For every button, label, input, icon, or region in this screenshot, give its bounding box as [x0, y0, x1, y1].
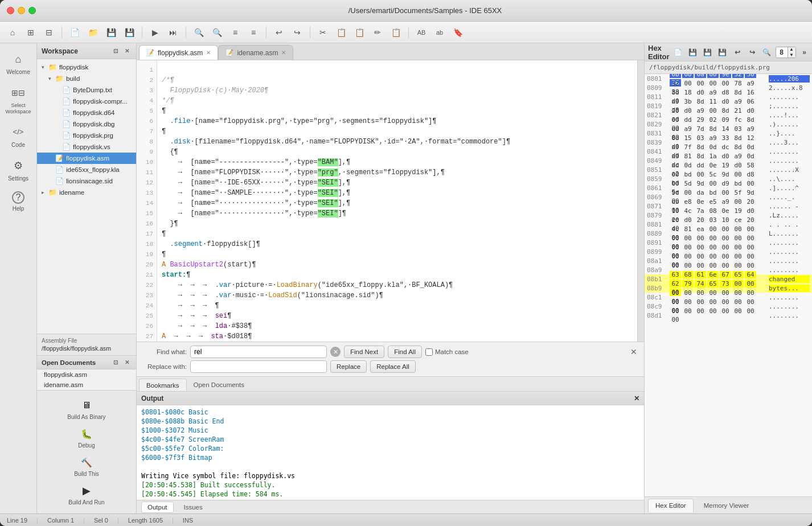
tab-close-idename[interactable]: ✕: [281, 50, 286, 56]
toolbar-new-file[interactable]: 📄: [67, 25, 83, 40]
code-editor[interactable]: 1 2 3 4 5 6 7 8 9 10 11 12 13 14: [137, 60, 637, 342]
workspace-close-btn[interactable]: ✕: [122, 47, 132, 56]
sidebar-item-settings[interactable]: ⚙ Settings: [2, 154, 34, 186]
sep1: [61, 27, 62, 38]
output-line-8: [20:50:45.538] Built successfully.: [141, 480, 639, 490]
toolbar-save-all[interactable]: 💾: [121, 25, 137, 40]
output-line-9: [20:50:45.545] Elapsed time: 584 ms.: [141, 490, 639, 499]
code-text[interactable]: /*¶ FloppyDisk·(c)·May·2020¶ */¶ ¶ .file…: [157, 60, 637, 342]
tree-d64[interactable]: 📄 floppydisk.d64: [37, 107, 136, 118]
replace-all-btn[interactable]: Replace All: [370, 360, 416, 373]
toolbar-home[interactable]: ⌂: [5, 25, 20, 40]
replace-label: Replace with:: [141, 363, 187, 370]
output-tab-issues[interactable]: Issues: [178, 502, 208, 513]
find-input[interactable]: [190, 346, 327, 358]
hex-spinbox-down[interactable]: ▼: [788, 52, 795, 58]
match-case-label[interactable]: Match case: [425, 348, 469, 356]
hex-save3-btn[interactable]: 💾: [716, 47, 729, 58]
tree-sid[interactable]: 📄 lionsinacage.sid: [37, 175, 136, 187]
match-case-checkbox[interactable]: [425, 348, 433, 356]
tree-prg[interactable]: 📄 floppydisk.prg: [37, 130, 136, 141]
open-docs-close-btn[interactable]: ✕: [122, 358, 132, 367]
tree-compr[interactable]: 📄 floppydisk-compr...: [37, 96, 136, 107]
sidebar-item-select-workspace[interactable]: ⊞⊟ SelectWorkspace: [2, 81, 34, 118]
hex-more-btn[interactable]: »: [798, 47, 811, 58]
toolbar-find[interactable]: 🔍: [191, 25, 207, 40]
toolbar-list2[interactable]: ≡: [245, 25, 261, 40]
tab-close-floppydisk[interactable]: ✕: [206, 50, 211, 56]
toolbar-new-proj[interactable]: ⊞: [23, 25, 39, 40]
editor-scrollbar[interactable]: [637, 60, 644, 342]
sidebar-item-welcome[interactable]: ⌂ Welcome: [2, 48, 34, 79]
sidebar-item-help[interactable]: ? Help: [2, 188, 34, 216]
toolbar-undo[interactable]: ↩: [271, 25, 287, 40]
output-line-3: $1000-$3072 Music: [141, 426, 639, 435]
toolbar-open-folder[interactable]: 📁: [85, 25, 101, 40]
replace-input[interactable]: [190, 360, 327, 373]
hex-save-btn[interactable]: 💾: [687, 47, 699, 58]
tab-idename-asm[interactable]: 📝 idename.asm ✕: [218, 45, 293, 60]
hex-save2-btn[interactable]: 💾: [702, 47, 714, 58]
find-row: Find what: ✕ Find Next Find All Match ca…: [141, 346, 639, 358]
output-panel: Output ✕ $0801-$080c Basic $080e-$088b B…: [137, 391, 644, 513]
toolbar-next[interactable]: ⏭: [165, 25, 181, 40]
hex-content[interactable]: 0801 0b080a009e323036 .....206 0809 3200…: [645, 74, 812, 496]
find-all-btn[interactable]: Find All: [388, 346, 422, 358]
tree-dbg[interactable]: 📄 floppydisk.dbg: [37, 118, 136, 130]
build-this-icon: 🔨: [77, 455, 96, 469]
hex-undo-btn[interactable]: ↩: [731, 47, 744, 58]
open-doc-floppydisk[interactable]: floppydisk.asm: [37, 369, 136, 380]
toolbar-list[interactable]: ≡: [227, 25, 243, 40]
toolbar-run[interactable]: ▶: [147, 25, 163, 40]
toolbar-redo[interactable]: ↪: [289, 25, 305, 40]
hex-spinbox[interactable]: 8 ▲ ▼: [776, 47, 796, 58]
maximize-button[interactable]: [28, 7, 36, 14]
replace-btn[interactable]: Replace: [330, 360, 367, 373]
find-clear-btn[interactable]: ✕: [330, 347, 341, 357]
tree-vs[interactable]: 📄 floppydisk.vs: [37, 141, 136, 153]
tree-bytedump[interactable]: 📄 ByteDump.txt: [37, 84, 136, 96]
build-this-btn[interactable]: 🔨 Build This: [37, 452, 136, 480]
open-docs-btns: ⊡ ✕: [111, 358, 132, 367]
tree-floppydisk[interactable]: ▾ 📁 floppydisk: [37, 61, 136, 73]
tree-asm-selected[interactable]: 📝 floppydisk.asm: [37, 153, 136, 164]
toolbar-open-proj[interactable]: ⊟: [41, 25, 57, 40]
hex-redo-btn[interactable]: ↪: [746, 47, 758, 58]
tab-floppydisk-asm[interactable]: 📝 floppydisk.asm ✕: [139, 45, 218, 60]
minimize-button[interactable]: [18, 7, 25, 14]
toolbar-find2[interactable]: 🔍: [209, 25, 225, 40]
tab-open-documents[interactable]: Open Documents: [187, 379, 252, 391]
output-tab-output[interactable]: Output: [141, 502, 174, 513]
workspace-expand-btn[interactable]: ⊡: [111, 47, 120, 56]
build-as-binary-btn[interactable]: 🖥 Build As Binary: [37, 395, 136, 424]
toolbar-cut[interactable]: ✂: [315, 25, 331, 40]
find-close-btn[interactable]: ✕: [628, 346, 639, 357]
toolbar-edit[interactable]: ✏: [370, 25, 386, 40]
assembly-info: Assembly File /floppydisk/floppydisk.asm: [37, 334, 136, 355]
tab-bookmarks[interactable]: Bookmarks: [139, 379, 187, 391]
toolbar-paste[interactable]: 📋: [351, 25, 367, 40]
open-docs-expand-btn[interactable]: ⊡: [111, 358, 120, 367]
find-next-btn[interactable]: Find Next: [344, 346, 384, 358]
debug-btn[interactable]: 🐛 Debug: [37, 424, 136, 452]
select-workspace-icon: ⊞⊟: [10, 85, 26, 101]
tree-build[interactable]: ▾ 📁 build: [37, 73, 136, 84]
hex-tab-hex-editor[interactable]: Hex Editor: [648, 499, 694, 512]
hex-spinbox-up[interactable]: ▲: [788, 47, 795, 52]
hex-tab-memory-viewer[interactable]: Memory Viewer: [697, 499, 756, 512]
tree-kla[interactable]: 📄 ide65xx_floppy.kla: [37, 164, 136, 175]
close-button[interactable]: [7, 7, 14, 14]
toolbar-ab[interactable]: AB: [413, 25, 429, 40]
toolbar-ab2[interactable]: ab: [432, 25, 448, 40]
output-close-btn[interactable]: ✕: [634, 394, 639, 402]
toolbar-save[interactable]: 💾: [103, 25, 119, 40]
toolbar-bookmark[interactable]: 🔖: [450, 25, 466, 40]
toolbar-copy[interactable]: 📋: [333, 25, 349, 40]
hex-new-btn[interactable]: 📄: [672, 47, 684, 58]
hex-find-btn[interactable]: 🔍: [761, 47, 773, 58]
open-doc-idename[interactable]: idename.asm: [37, 380, 136, 390]
sidebar-item-code[interactable]: </> Code: [2, 121, 34, 152]
build-and-run-btn[interactable]: ▶ Build And Run: [37, 480, 136, 509]
tree-idename[interactable]: ▸ 📁 idename: [37, 187, 136, 198]
toolbar-clip[interactable]: 📋: [388, 25, 404, 40]
